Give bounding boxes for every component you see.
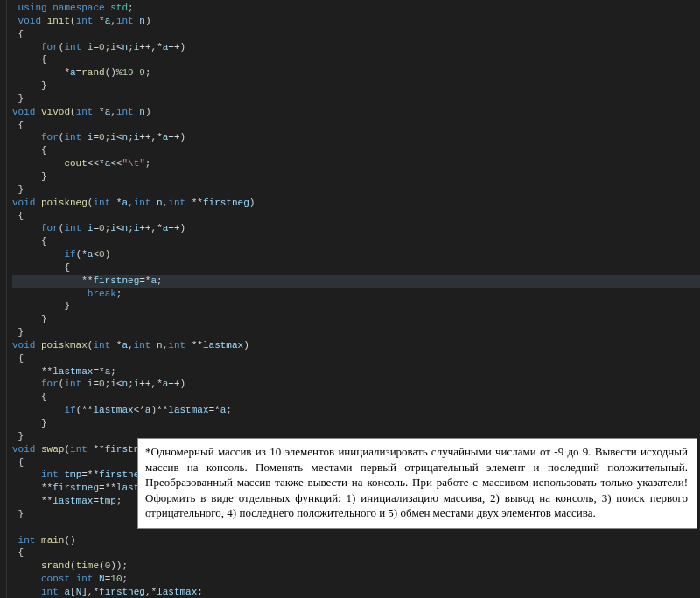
code-line[interactable]: **lastmax=*a; — [12, 365, 700, 379]
code-line[interactable]: srand(time(0)); — [12, 560, 700, 573]
code-line[interactable]: { — [12, 53, 700, 66]
code-line[interactable]: } — [12, 313, 700, 326]
code-line[interactable]: cout<<*a<<"\t"; — [12, 157, 700, 170]
code-line[interactable]: void poiskneg(int *a,int n,int **firstne… — [12, 197, 700, 210]
code-line[interactable]: int main() — [12, 534, 700, 547]
code-line[interactable]: if(**lastmax<*a)**lastmax=*a; — [12, 404, 700, 417]
code-line[interactable]: } — [12, 93, 700, 106]
code-line[interactable]: break; — [12, 288, 700, 301]
code-line[interactable]: } — [12, 300, 700, 313]
code-line[interactable]: void vivod(int *a,int n) — [12, 106, 700, 119]
gutter — [0, 0, 7, 598]
code-line[interactable]: for(int i=0;i<n;i++,*a++) — [12, 378, 700, 391]
task-overlay: *Одномерный массив из 10 элементов иници… — [137, 438, 697, 529]
task-text: *Одномерный массив из 10 элементов иници… — [145, 445, 688, 519]
code-line[interactable]: for(int i=0;i<n;i++,*a++) — [12, 222, 700, 235]
code-line[interactable]: { — [12, 352, 700, 365]
code-line[interactable]: { — [12, 119, 700, 132]
code-line[interactable]: void init(int *a,int n) — [12, 15, 700, 28]
code-line[interactable]: const int N=10; — [12, 573, 700, 586]
code-line[interactable]: } — [12, 80, 700, 93]
code-line[interactable]: int a[N],*firstneg,*lastmax; — [12, 586, 700, 598]
code-line[interactable]: for(int i=0;i<n;i++,*a++) — [12, 131, 700, 144]
code-line[interactable]: { — [12, 391, 700, 404]
code-line[interactable]: using namespace std; — [12, 2, 700, 15]
code-line[interactable]: { — [12, 144, 700, 157]
code-line[interactable]: } — [12, 170, 700, 184]
code-line[interactable]: } — [12, 326, 700, 339]
code-line[interactable]: *a=rand()%19-9; — [12, 66, 700, 80]
code-line[interactable]: **firstneg=*a; — [12, 275, 700, 288]
code-line[interactable]: { — [12, 546, 700, 560]
code-line[interactable]: { — [12, 28, 700, 41]
code-line[interactable]: for(int i=0;i<n;i++,*a++) — [12, 41, 700, 54]
code-editor[interactable]: using namespace std; void init(int *a,in… — [0, 0, 700, 598]
code-line[interactable]: { — [12, 235, 700, 248]
code-line[interactable]: if(*a<0) — [12, 248, 700, 261]
code-line[interactable]: void poiskmax(int *a,int n,int **lastmax… — [12, 339, 700, 352]
code-line[interactable]: { — [12, 261, 700, 275]
code-line[interactable]: } — [12, 417, 700, 430]
code-line[interactable]: } — [12, 184, 700, 197]
code-line[interactable]: { — [12, 210, 700, 223]
